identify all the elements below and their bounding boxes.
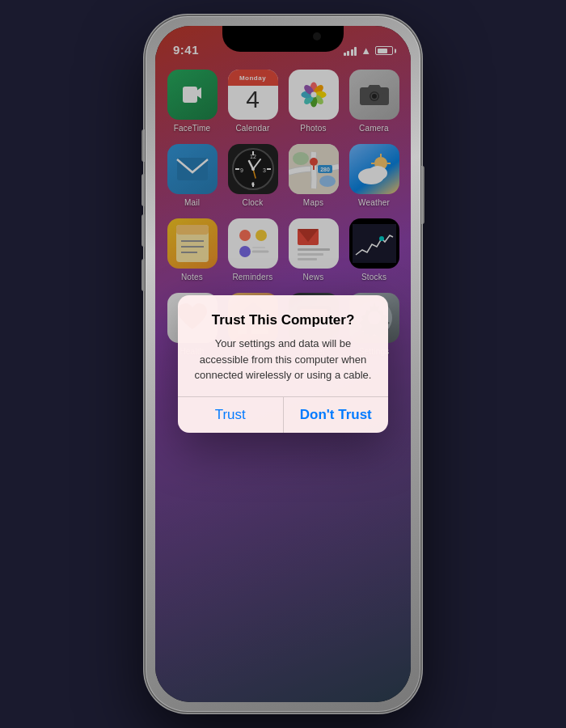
alert-buttons: Trust Don't Trust (178, 397, 388, 433)
alert-dialog: Trust This Computer? Your settings and d… (178, 295, 388, 433)
alert-content: Trust This Computer? Your settings and d… (178, 295, 388, 396)
phone-inner: 9:41 ▲ FaceTime (155, 26, 411, 702)
screen: 9:41 ▲ FaceTime (155, 26, 411, 702)
alert-overlay: Trust This Computer? Your settings and d… (155, 26, 411, 702)
trust-button[interactable]: Trust (178, 397, 283, 433)
alert-title: Trust This Computer? (192, 311, 374, 329)
alert-message: Your settings and data will be accessibl… (192, 336, 374, 383)
dont-trust-button[interactable]: Don't Trust (284, 397, 389, 433)
phone-frame: 9:41 ▲ FaceTime (146, 16, 420, 712)
